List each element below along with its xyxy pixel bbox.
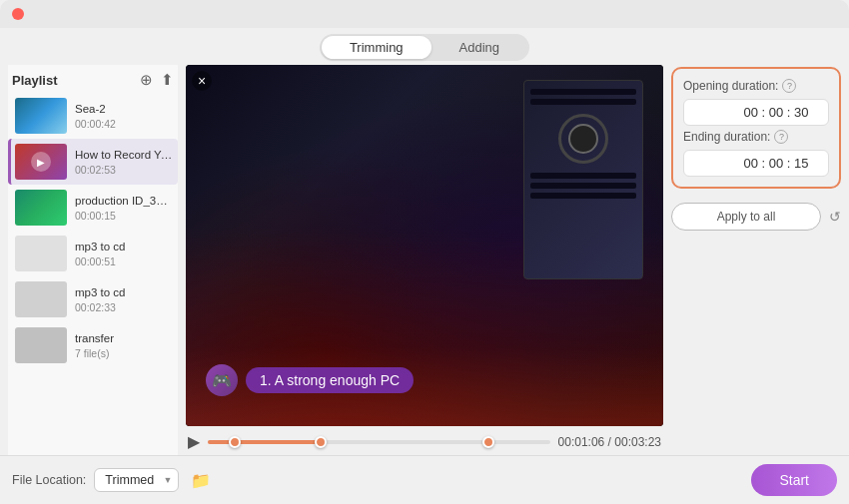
- playlist-item-active[interactable]: ▶ How to Record YouTub...erter 13 00:02:…: [8, 139, 178, 185]
- playlist-thumb-mp3b: [15, 281, 67, 317]
- total-time: 00:03:23: [614, 435, 661, 449]
- playlist-thumb-prod: [15, 190, 67, 226]
- bottom-bar: File Location: Trimmed Original Custom ▼…: [0, 455, 849, 504]
- pc-slot: [530, 193, 636, 199]
- tab-adding[interactable]: Adding: [431, 36, 527, 59]
- playlist-item-info: Sea-2 00:00:42: [75, 102, 174, 130]
- playlist-item[interactable]: production ID_3765078 00:00:15: [8, 185, 178, 231]
- playlist-item-info: mp3 to cd 00:00:51: [75, 240, 174, 267]
- file-location-label: File Location:: [12, 473, 86, 487]
- progress-thumb-current[interactable]: [315, 436, 327, 448]
- playlist-item-duration: 7 file(s): [75, 347, 174, 359]
- caption-number: 1.: [260, 372, 272, 388]
- opening-time-input[interactable]: [684, 100, 829, 125]
- playlist-item-duration: 00:00:51: [75, 255, 174, 267]
- sidebar-actions: ⊕ ⬆: [140, 71, 174, 89]
- tabs-bar: Trimming Adding: [0, 28, 849, 65]
- playlist-item-name: mp3 to cd: [75, 240, 174, 254]
- playlist-item-name: mp3 to cd: [75, 285, 174, 300]
- video-container: × 🎮 1. A strong enough PC: [186, 65, 663, 426]
- progress-filled: [208, 440, 321, 444]
- playlist-thumb-mp3a: [15, 236, 67, 271]
- playlist-item-name: production ID_3765078: [75, 194, 174, 209]
- playlist-item[interactable]: Sea-2 00:00:42: [8, 93, 178, 139]
- playlist-item-info: How to Record YouTub...erter 13 00:02:53: [75, 148, 174, 176]
- play-button[interactable]: ▶: [188, 432, 200, 451]
- tab-group: Trimming Adding: [320, 34, 529, 61]
- main-content: Playlist ⊕ ⬆ Sea-2 00:00:42 ▶: [0, 65, 849, 455]
- video-pc-tower: [523, 80, 643, 279]
- opening-duration-text: Opening duration:: [683, 79, 778, 93]
- progress-thumb-end[interactable]: [482, 436, 494, 448]
- video-area: × 🎮 1. A strong enough PC ▶ 00:01:06 /: [186, 65, 663, 455]
- pc-slot: [530, 89, 636, 95]
- ending-time-input[interactable]: [684, 151, 829, 176]
- duration-box: Opening duration: ? ▲ ▼ Ending duration:…: [671, 67, 841, 189]
- pc-slot: [530, 183, 636, 189]
- playlist-item-duration: 00:02:33: [75, 301, 174, 313]
- sidebar: Playlist ⊕ ⬆ Sea-2 00:00:42 ▶: [8, 65, 178, 455]
- title-bar: [0, 0, 849, 28]
- pc-slot: [530, 99, 636, 105]
- opening-duration-label: Opening duration: ?: [683, 79, 829, 93]
- pc-fan-inner: [568, 124, 598, 154]
- playlist-item-name: How to Record YouTub...erter 13: [75, 148, 174, 163]
- sidebar-header: Playlist ⊕ ⬆: [8, 65, 178, 93]
- start-button[interactable]: Start: [751, 464, 837, 496]
- playlist-item-name: Sea-2: [75, 102, 174, 117]
- progress-bar[interactable]: [208, 440, 550, 444]
- close-video-button[interactable]: ×: [192, 71, 212, 91]
- ending-duration-label: Ending duration: ?: [683, 130, 829, 144]
- caption-text: 1. A strong enough PC: [246, 367, 414, 393]
- pc-slot: [530, 173, 636, 179]
- ending-section: Ending duration: ? ▲ ▼: [683, 130, 829, 177]
- opening-help-icon[interactable]: ?: [782, 79, 796, 93]
- playlist-thumb-how-inner: ▶: [31, 152, 51, 172]
- playlist-item-info: transfer 7 file(s): [75, 331, 174, 359]
- sidebar-title: Playlist: [12, 73, 58, 88]
- ending-time-input-group[interactable]: ▲ ▼: [683, 150, 829, 177]
- browse-folder-button[interactable]: 📁: [191, 471, 211, 490]
- opening-time-input-group[interactable]: ▲ ▼: [683, 99, 829, 126]
- right-panel: Opening duration: ? ▲ ▼ Ending duration:…: [671, 65, 841, 455]
- caption-description: A strong enough PC: [275, 372, 400, 388]
- reset-button[interactable]: ↺: [829, 209, 841, 225]
- file-location-select[interactable]: Trimmed Original Custom: [94, 468, 179, 492]
- playlist-item[interactable]: transfer 7 file(s): [8, 322, 178, 368]
- apply-to-all-button[interactable]: Apply to all: [671, 203, 821, 231]
- playlist-item-duration: 00:02:53: [75, 164, 174, 176]
- playlist-thumb-how: ▶: [15, 144, 67, 180]
- progress-thumb-start[interactable]: [229, 436, 241, 448]
- playlist-thumb-sea: [15, 98, 67, 134]
- file-location-select-wrapper: Trimmed Original Custom ▼: [94, 468, 179, 492]
- playlist-item-duration: 00:00:15: [75, 210, 174, 222]
- playlist-item-duration: 00:00:42: [75, 118, 174, 130]
- video-caption: 🎮 1. A strong enough PC: [206, 364, 414, 396]
- close-traffic-light[interactable]: [12, 8, 24, 20]
- tab-trimming[interactable]: Trimming: [322, 36, 431, 59]
- current-time: 00:01:06: [558, 435, 605, 449]
- add-to-playlist-icon[interactable]: ⊕: [140, 71, 153, 89]
- playlist-items: Sea-2 00:00:42 ▶ How to Record YouTub...…: [8, 93, 178, 455]
- import-playlist-icon[interactable]: ⬆: [161, 71, 174, 89]
- caption-icon: 🎮: [206, 364, 238, 396]
- playlist-item[interactable]: mp3 to cd 00:00:51: [8, 231, 178, 276]
- playlist-item-info: production ID_3765078 00:00:15: [75, 194, 174, 222]
- apply-row: Apply to all ↺: [671, 203, 841, 231]
- video-controls: ▶ 00:01:06 / 00:03:23: [186, 426, 663, 455]
- playlist-item-name: transfer: [75, 331, 174, 346]
- ending-duration-text: Ending duration:: [683, 130, 770, 144]
- ending-help-icon[interactable]: ?: [774, 130, 788, 144]
- playlist-thumb-transfer: [15, 327, 67, 363]
- playlist-item[interactable]: mp3 to cd 00:02:33: [8, 276, 178, 322]
- playlist-item-info: mp3 to cd 00:02:33: [75, 285, 174, 313]
- pc-fan: [558, 114, 608, 164]
- time-display: 00:01:06 / 00:03:23: [558, 435, 661, 449]
